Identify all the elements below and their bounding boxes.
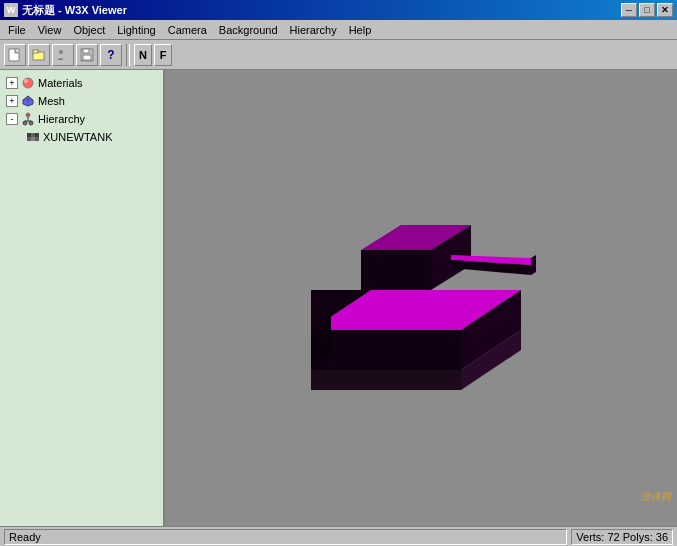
svg-point-13 (26, 113, 30, 117)
mesh-icon (21, 94, 35, 108)
materials-icon (21, 76, 35, 90)
hierarchy-label: Hierarchy (38, 113, 85, 125)
svg-rect-21 (31, 133, 35, 137)
save-icon (80, 48, 94, 62)
menu-help[interactable]: Help (343, 21, 378, 39)
btn-n[interactable]: N (134, 44, 152, 66)
viewport[interactable]: 游侠网 (165, 70, 677, 526)
svg-rect-24 (31, 137, 35, 141)
help-icon: ? (107, 48, 114, 62)
status-ready: Ready (4, 529, 567, 545)
materials-label: Materials (38, 77, 83, 89)
tank-model (251, 190, 591, 430)
title-bar-text: 无标题 - W3X Viewer (22, 3, 127, 18)
svg-point-4 (64, 50, 68, 54)
toolbar-separator (126, 44, 130, 66)
tree-panel: + Materials + Mesh - (0, 70, 165, 526)
svg-rect-22 (35, 133, 39, 137)
open-icon (32, 48, 46, 62)
svg-rect-0 (9, 49, 19, 61)
tree-item-xunewtank[interactable]: XUNEWTANK (2, 128, 161, 146)
watermark: 游侠网 (641, 490, 671, 504)
status-stats-text: Verts: 72 Polys: 36 (576, 531, 668, 543)
save-button[interactable] (76, 44, 98, 66)
people-icon (56, 48, 70, 62)
expand-materials[interactable]: + (6, 77, 18, 89)
menu-lighting[interactable]: Lighting (111, 21, 162, 39)
people-button[interactable] (52, 44, 74, 66)
svg-rect-6 (83, 49, 89, 53)
svg-marker-32 (361, 250, 431, 290)
svg-rect-2 (33, 50, 38, 53)
title-bar: W 无标题 - W3X Viewer ─ □ ✕ (0, 0, 677, 20)
menu-object[interactable]: Object (67, 21, 111, 39)
svg-rect-7 (83, 55, 91, 60)
new-button[interactable] (4, 44, 26, 66)
svg-point-8 (23, 78, 33, 88)
menu-camera[interactable]: Camera (162, 21, 213, 39)
svg-rect-20 (27, 133, 31, 137)
svg-rect-25 (35, 137, 39, 141)
svg-marker-29 (311, 330, 461, 370)
mesh-label: Mesh (38, 95, 65, 107)
svg-marker-26 (311, 370, 461, 390)
app-icon: W (4, 3, 18, 17)
svg-point-3 (59, 50, 63, 54)
btn-f[interactable]: F (154, 44, 172, 66)
expand-mesh[interactable]: + (6, 95, 18, 107)
menu-file[interactable]: File (2, 21, 32, 39)
help-button[interactable]: ? (100, 44, 122, 66)
menu-hierarchy[interactable]: Hierarchy (284, 21, 343, 39)
menu-view[interactable]: View (32, 21, 68, 39)
title-bar-left: W 无标题 - W3X Viewer (4, 3, 127, 18)
svg-rect-23 (27, 137, 31, 141)
menu-background[interactable]: Background (213, 21, 284, 39)
status-bar: Ready Verts: 72 Polys: 36 (0, 526, 677, 546)
expand-hierarchy[interactable]: - (6, 113, 18, 125)
maximize-button[interactable]: □ (639, 3, 655, 17)
xunewtank-label: XUNEWTANK (43, 131, 112, 143)
new-icon (8, 48, 22, 62)
tree-item-hierarchy[interactable]: - Hierarchy (2, 110, 161, 128)
hierarchy-icon (21, 112, 35, 126)
status-stats: Verts: 72 Polys: 36 (571, 529, 673, 545)
tree-item-mesh[interactable]: + Mesh (2, 92, 161, 110)
svg-marker-38 (531, 255, 536, 275)
toolbar: ? N F (0, 40, 677, 70)
title-bar-controls: ─ □ ✕ (621, 3, 673, 17)
menu-bar: File View Object Lighting Camera Backgro… (0, 20, 677, 40)
close-button[interactable]: ✕ (657, 3, 673, 17)
open-button[interactable] (28, 44, 50, 66)
minimize-button[interactable]: ─ (621, 3, 637, 17)
svg-point-9 (24, 79, 28, 83)
status-ready-text: Ready (9, 531, 41, 543)
xunewtank-icon (26, 130, 40, 144)
main-content: + Materials + Mesh - (0, 70, 677, 526)
tree-item-materials[interactable]: + Materials (2, 74, 161, 92)
